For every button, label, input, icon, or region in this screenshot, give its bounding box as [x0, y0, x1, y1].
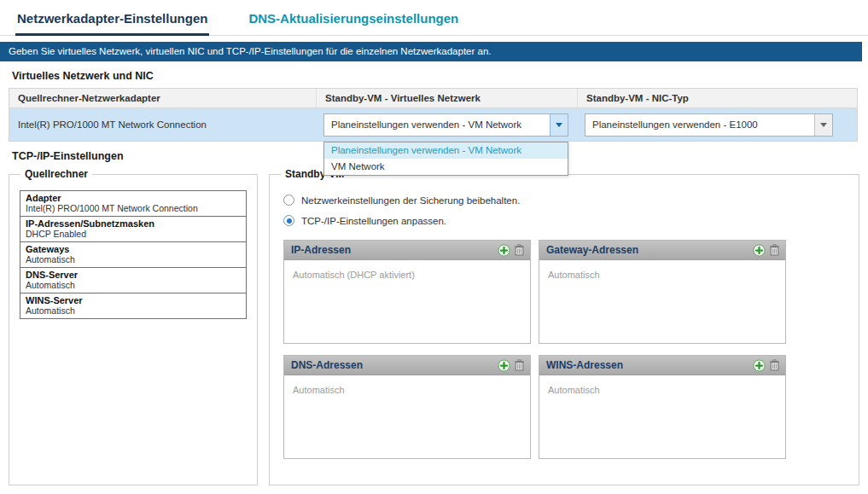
trash-icon [514, 244, 525, 256]
nic-type-dropdown-button[interactable] [814, 114, 832, 136]
virtual-network-cell: Planeinstellungen verwenden - VM Network… [317, 113, 578, 137]
source-row-value: Automatisch [26, 305, 241, 316]
nic-type-cell: Planeinstellungen verwenden - E1000 [578, 113, 857, 137]
dropdown-option-vm-network[interactable]: VM Network [324, 159, 568, 175]
add-icon [753, 244, 766, 257]
box-title: DNS-Adressen [291, 359, 494, 371]
radio-customize-label: TCP-/IP-Einstellungen anpassen. [301, 216, 446, 226]
source-row-label: IP-Adressen/Subnetzmasken [26, 218, 241, 229]
virtual-network-select-value: Planeinstellungen verwenden - VM Network [324, 114, 550, 136]
radio-customize-tcpip[interactable]: TCP-/IP-Einstellungen anpassen. [283, 215, 850, 226]
table-row: Gateways Automatisch [20, 242, 247, 268]
table-row: IP-Adressen/Subnetzmasken DHCP Enabled [20, 217, 247, 242]
radio-button-icon[interactable] [283, 215, 294, 226]
source-row-label: WINS-Server [26, 295, 241, 305]
box-title: IP-Adressen [291, 244, 494, 256]
table-row: WINS-Server Automatisch [20, 293, 247, 319]
add-button[interactable] [498, 359, 510, 372]
network-adapter-settings-screen: Netzwerkadapter-Einstellungen DNS-Aktual… [0, 0, 868, 494]
gateway-addresses-box-header: Gateway-Adressen [539, 241, 785, 260]
ip-addresses-box: IP-Adressen Automatisch (DHCP aktiviert) [283, 240, 531, 344]
box-content: Automatisch [284, 375, 530, 458]
column-header-nic-type: Standby-VM - NIC-Typ [578, 89, 857, 108]
box-title: Gateway-Adressen [546, 244, 749, 256]
column-header-source-adapter: Quellrechner-Netzwerkadapter [9, 89, 317, 108]
instruction-banner: Geben Sie virtuelles Netzwerk, virtuelle… [0, 42, 862, 61]
dns-addresses-box: DNS-Adressen Automatisch [283, 355, 531, 459]
box-title: WINS-Adressen [546, 359, 749, 371]
tab-bar: Netzwerkadapter-Einstellungen DNS-Aktual… [0, 0, 868, 36]
dns-addresses-box-header: DNS-Adressen [284, 356, 530, 375]
virtual-network-dropdown-list: Planeinstellungen verwenden - VM Network… [323, 142, 568, 176]
add-button[interactable] [498, 244, 510, 257]
nic-type-select-value: Planeinstellungen verwenden - E1000 [585, 114, 814, 136]
trash-icon [769, 244, 780, 256]
delete-button[interactable] [514, 244, 525, 256]
source-machine-legend: Quellrechner [20, 168, 92, 180]
adapter-name-cell: Intel(R) PRO/1000 MT Network Connection [9, 119, 317, 130]
chevron-down-icon [820, 123, 827, 127]
delete-button[interactable] [769, 359, 780, 371]
box-content: Automatisch [539, 375, 785, 458]
source-row-value: DHCP Enabled [26, 229, 241, 239]
table-row: DNS-Server Automatisch [20, 268, 247, 293]
address-boxes-grid: IP-Adressen Automatisch (DHCP aktiviert)… [283, 240, 850, 459]
virtual-network-table: Quellrechner-Netzwerkadapter Standby-VM … [9, 88, 858, 142]
tcpip-panels: Quellrechner Adapter Intel(R) PRO/1000 M… [9, 168, 859, 485]
virtual-network-section-title: Virtuelles Netzwerk und NIC [12, 70, 868, 82]
chevron-down-icon [556, 123, 562, 127]
dropdown-option-plan-settings[interactable]: Planeinstellungen verwenden - VM Network [324, 142, 568, 159]
add-button[interactable] [753, 244, 766, 257]
nic-type-select[interactable]: Planeinstellungen verwenden - E1000 [585, 113, 833, 137]
box-content: Automatisch [539, 260, 785, 343]
radio-keep-network-settings[interactable]: Netzwerkeinstellungen der Sicherung beib… [283, 195, 850, 206]
standby-vm-panel: Standby-VM Netzwerkeinstellungen der Sic… [269, 168, 859, 485]
table-row[interactable]: Intel(R) PRO/1000 MT Network Connection … [9, 108, 857, 141]
source-settings-table: Adapter Intel(R) PRO/1000 MT Network Con… [20, 190, 247, 319]
wins-addresses-box: WINS-Adressen Automatisch [539, 355, 786, 459]
column-header-virtual-network: Standby-VM - Virtuelles Netzwerk [317, 89, 578, 108]
trash-icon [514, 359, 525, 371]
virtual-network-dropdown-button[interactable] [550, 114, 568, 136]
trash-icon [769, 359, 780, 371]
add-icon [753, 359, 766, 372]
source-row-value: Automatisch [26, 280, 241, 290]
source-row-value: Intel(R) PRO/1000 MT Network Connection [26, 203, 241, 213]
tab-netzwerkadapter-einstellungen[interactable]: Netzwerkadapter-Einstellungen [15, 9, 209, 36]
table-row: Adapter Intel(R) PRO/1000 MT Network Con… [20, 191, 247, 217]
source-row-label: DNS-Server [26, 270, 241, 280]
box-content: Automatisch (DHCP aktiviert) [284, 260, 530, 343]
ip-addresses-box-header: IP-Adressen [284, 241, 530, 260]
tab-dns-aktualisierungseinstellungen[interactable]: DNS-Aktualisierungseinstellungen [247, 9, 460, 36]
table-header-row: Quellrechner-Netzwerkadapter Standby-VM … [9, 89, 857, 108]
add-button[interactable] [753, 359, 766, 372]
source-row-label: Gateways [26, 244, 241, 254]
radio-keep-label: Netzwerkeinstellungen der Sicherung beib… [301, 195, 520, 206]
wins-addresses-box-header: WINS-Adressen [539, 356, 785, 375]
add-icon [498, 244, 510, 257]
source-row-value: Automatisch [26, 254, 241, 264]
add-icon [498, 359, 510, 372]
virtual-network-select[interactable]: Planeinstellungen verwenden - VM Network [323, 113, 568, 137]
gateway-addresses-box: Gateway-Adressen Automatisch [539, 240, 786, 344]
source-machine-panel: Quellrechner Adapter Intel(R) PRO/1000 M… [9, 168, 258, 485]
delete-button[interactable] [769, 244, 780, 256]
source-row-label: Adapter [26, 193, 241, 203]
radio-button-icon[interactable] [283, 195, 294, 206]
delete-button[interactable] [514, 359, 525, 371]
